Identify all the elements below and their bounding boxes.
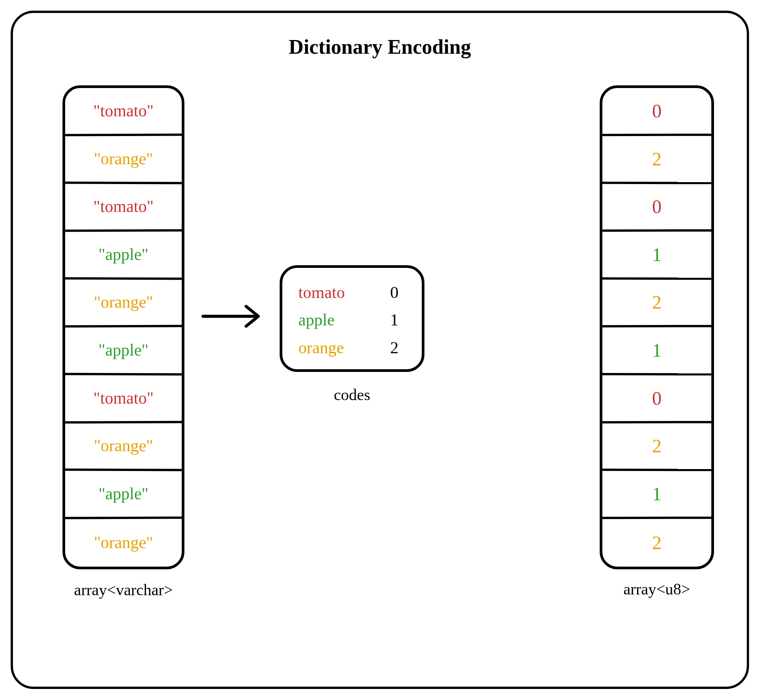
- input-array-cell: "orange": [65, 519, 182, 567]
- input-array-cell: "tomato": [65, 375, 182, 423]
- codes-label: codes: [280, 386, 424, 404]
- output-array-cell: 0: [602, 88, 711, 136]
- codes-row: orange2: [298, 338, 406, 357]
- codes-row-value: 0: [383, 283, 406, 302]
- output-array: 0201210212: [600, 85, 714, 569]
- input-array-cell: "tomato": [65, 184, 182, 232]
- output-array-cell: 2: [602, 519, 711, 567]
- input-array-label: array<varchar>: [62, 581, 184, 599]
- output-array-label: array<u8>: [600, 580, 714, 598]
- output-array-cell: 2: [602, 136, 711, 184]
- codes-row-value: 1: [383, 310, 406, 330]
- diagram-frame: Dictionary Encoding "tomato""orange""tom…: [11, 11, 749, 689]
- output-array-cell: 0: [602, 375, 711, 423]
- codes-row-value: 2: [383, 338, 406, 357]
- codes-row-name: tomato: [298, 283, 383, 302]
- output-array-cell: 2: [602, 423, 711, 471]
- output-array-cell: 1: [602, 327, 711, 375]
- input-array-cell: "orange": [65, 423, 182, 471]
- output-array-cell: 1: [602, 231, 711, 279]
- input-array-cell: "apple": [65, 327, 182, 375]
- codes-row-name: apple: [298, 310, 383, 330]
- codes-row: tomato0: [298, 283, 406, 302]
- output-array-cell: 0: [602, 184, 711, 232]
- output-array-cell: 2: [602, 279, 711, 327]
- diagram-title: Dictionary Encoding: [13, 35, 747, 59]
- input-array-cell: "orange": [65, 279, 182, 327]
- codes-row-name: orange: [298, 338, 383, 357]
- input-array-cell: "tomato": [65, 88, 182, 136]
- output-array-cell: 1: [602, 471, 711, 519]
- input-array-cell: "apple": [65, 231, 182, 279]
- arrow-icon: [201, 301, 266, 332]
- input-array: "tomato""orange""tomato""apple""orange""…: [62, 85, 184, 569]
- input-array-cell: "orange": [65, 136, 182, 184]
- codes-dictionary: tomato0apple1orange2: [280, 265, 424, 372]
- input-array-cell: "apple": [65, 471, 182, 519]
- codes-row: apple1: [298, 310, 406, 330]
